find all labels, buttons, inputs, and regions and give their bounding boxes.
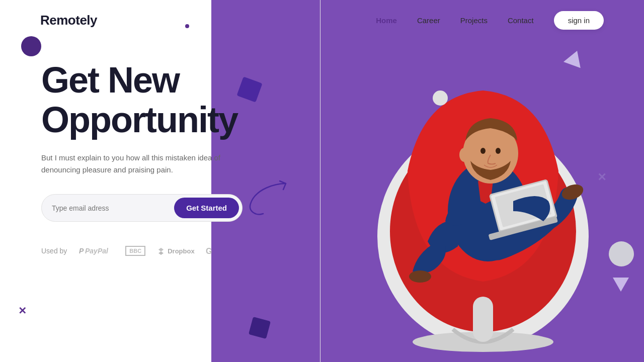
decorative-ball-right (609, 241, 634, 266)
navbar: Remotely Home Career Projects Contact si… (0, 0, 644, 40)
svg-point-11 (480, 148, 486, 154)
brand-bbc: BBC (125, 246, 145, 256)
hero-illustration (337, 20, 629, 362)
svg-point-12 (496, 148, 501, 154)
email-section: Get Started (41, 194, 243, 222)
headline: Get New Opportunity (41, 60, 313, 140)
subtitle: But I must explain to you how all this m… (41, 152, 243, 176)
svg-rect-6 (473, 297, 493, 342)
headline-line1: Get New (41, 60, 179, 100)
brand-dropbox: Dropbox (156, 246, 194, 255)
sign-in-button[interactable]: sign in (554, 11, 604, 30)
brand-google: G (206, 246, 215, 255)
brand-logos: P PayPal BBC Dropbox G (79, 246, 234, 256)
email-input[interactable] (52, 200, 174, 216)
decorative-ball-top (433, 90, 448, 106)
used-by-label: Used by (41, 247, 67, 255)
svg-text:P: P (79, 247, 84, 255)
nav-contact[interactable]: Contact (508, 16, 534, 25)
hero-illustration-area (262, 0, 644, 362)
nav-home[interactable]: Home (376, 16, 397, 25)
headline-line2: Opportunity (41, 100, 237, 140)
svg-point-8 (409, 270, 431, 283)
svg-text:PayPal: PayPal (85, 247, 109, 255)
used-by-section: Used by P PayPal BBC Dropbox G (41, 246, 313, 256)
nav-links: Home Career Projects Contact sign in (376, 11, 604, 30)
nav-projects[interactable]: Projects (460, 16, 488, 25)
logo: Remotely (40, 13, 97, 28)
decorative-x-right: ✕ (597, 171, 606, 184)
decorative-x-left: ✕ (18, 305, 27, 317)
decorative-triangle-bottom (613, 278, 629, 292)
nav-career[interactable]: Career (417, 16, 440, 25)
main-content: Get New Opportunity But I must explain t… (41, 60, 313, 256)
svg-text:G: G (206, 247, 212, 255)
get-started-button[interactable]: Get Started (174, 198, 239, 218)
brand-paypal: P PayPal (79, 246, 114, 255)
svg-point-13 (459, 148, 469, 162)
brand-apple (226, 246, 235, 255)
